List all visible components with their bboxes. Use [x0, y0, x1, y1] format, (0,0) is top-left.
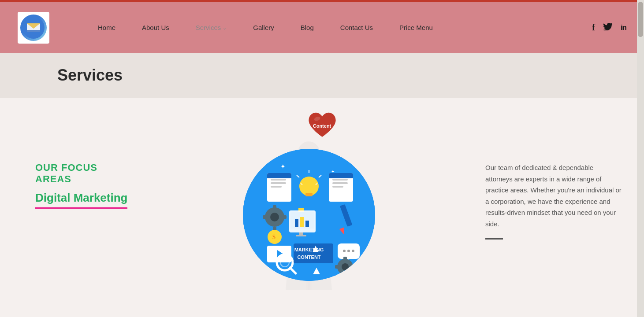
main-nav: Home About Us Services ⌄ Gallery Blog Co… — [85, 24, 592, 31]
svg-rect-3 — [27, 30, 40, 32]
svg-rect-39 — [273, 205, 276, 210]
svg-rect-55 — [299, 232, 303, 235]
nav-price[interactable]: Price Menu — [386, 24, 446, 31]
nav-home[interactable]: Home — [85, 24, 129, 31]
svg-text:CONTENT: CONTENT — [297, 254, 320, 260]
chevron-down-icon: ⌄ — [223, 25, 227, 31]
left-panel: OUR FOCUS AREAS Digital Marketing — [0, 136, 145, 226]
circle-inner: ✦ ✦ ✦ — [243, 149, 375, 281]
content-heart-badge[interactable]: Content — [307, 111, 338, 140]
svg-text:$: $ — [272, 234, 275, 240]
svg-point-62 — [347, 250, 350, 252]
logo-inner — [20, 15, 47, 41]
social-icons: f in — [592, 22, 626, 33]
svg-rect-52 — [295, 219, 298, 227]
svg-rect-21 — [271, 186, 282, 188]
right-description: Our team of dedicated & dependable attor… — [485, 162, 622, 229]
svg-text:✦: ✦ — [280, 163, 286, 170]
svg-rect-69 — [343, 257, 347, 260]
center-image: ✦ ✦ ✦ — [145, 136, 472, 290]
focus-subtitle: Digital Marketing — [35, 191, 127, 209]
svg-point-61 — [343, 250, 346, 252]
header: Home About Us Services ⌄ Gallery Blog Co… — [0, 2, 644, 53]
svg-rect-71 — [335, 265, 339, 269]
twitter-icon[interactable] — [603, 22, 613, 33]
marketing-icons: ✦ ✦ ✦ — [243, 149, 375, 281]
svg-text:MARKETING: MARKETING — [294, 247, 324, 252]
marketing-circle: ✦ ✦ ✦ — [243, 149, 375, 281]
svg-rect-31 — [305, 193, 313, 196]
svg-rect-19 — [271, 179, 286, 181]
heart-badge-area: Content — [0, 98, 644, 140]
linkedin-icon[interactable]: in — [621, 23, 626, 32]
scrollbar[interactable] — [637, 0, 644, 317]
svg-rect-53 — [300, 217, 304, 227]
page-title-bar: Services — [0, 53, 644, 98]
main-content: Content OUR FOCUS AREAS Digital Marketin… — [0, 98, 644, 317]
content-section: OUR FOCUS AREAS Digital Marketing — [0, 136, 644, 290]
page-title: Services — [57, 66, 618, 85]
nav-contact[interactable]: Contact Us — [327, 24, 386, 31]
svg-rect-29 — [329, 177, 353, 178]
svg-rect-27 — [332, 186, 343, 188]
svg-rect-56 — [296, 235, 306, 236]
right-panel: Our team of dedicated & dependable attor… — [472, 136, 644, 257]
nav-about[interactable]: About Us — [129, 24, 182, 31]
svg-rect-26 — [332, 182, 348, 184]
svg-point-63 — [352, 250, 354, 252]
svg-rect-42 — [282, 215, 287, 219]
svg-rect-25 — [332, 179, 348, 181]
focus-title: OUR FOCUS AREAS — [35, 162, 128, 185]
svg-rect-20 — [271, 182, 286, 184]
svg-rect-54 — [305, 221, 309, 227]
svg-rect-73 — [294, 243, 333, 263]
heart-icon — [307, 111, 338, 140]
facebook-icon[interactable]: f — [592, 22, 595, 33]
nav-gallery[interactable]: Gallery — [240, 24, 287, 31]
svg-rect-23 — [267, 177, 291, 178]
nav-blog[interactable]: Blog — [287, 24, 327, 31]
logo-icon — [22, 17, 45, 39]
text-divider — [485, 238, 503, 240]
svg-point-38 — [270, 213, 279, 221]
svg-rect-41 — [263, 215, 267, 219]
scrollbar-thumb[interactable] — [638, 2, 643, 37]
logo[interactable] — [18, 12, 49, 44]
nav-services[interactable]: Services ⌄ — [182, 24, 240, 31]
